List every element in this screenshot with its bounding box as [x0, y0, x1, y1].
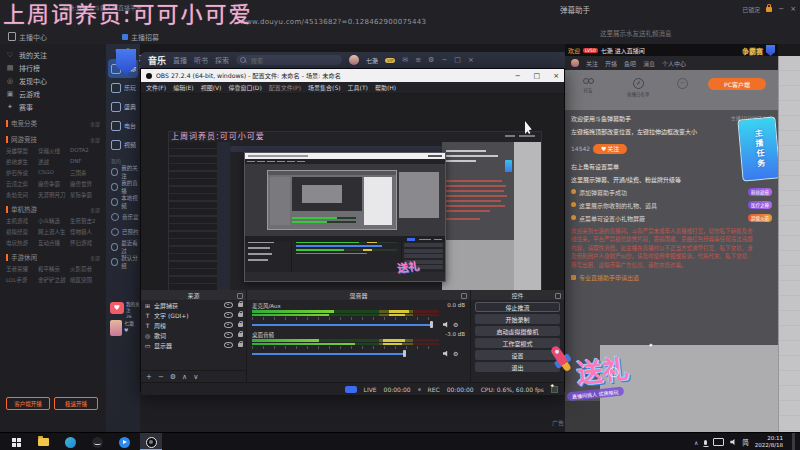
more-link[interactable]: 全部 [90, 120, 100, 127]
nav-yuba[interactable]: 鱼吧 [624, 59, 636, 68]
tab-music[interactable]: 音乐 [148, 54, 166, 67]
game-link[interactable]: 炉石传说 [6, 169, 36, 177]
game-link[interactable]: 怀旧游戏 [70, 239, 100, 247]
game-link[interactable]: 生死狙击2 [70, 217, 100, 225]
helper-apply-link[interactable]: 专业直播助手申请出道 [571, 273, 772, 282]
nav-follow[interactable]: 关注 [586, 59, 598, 68]
channel-settings-icon[interactable]: ⚙ [453, 322, 458, 328]
game-link[interactable]: 王者荣耀 [6, 265, 36, 273]
username[interactable]: 七濪 [366, 56, 378, 65]
menu-edit[interactable]: 编辑(E) [173, 83, 193, 92]
speaker-icon[interactable] [443, 322, 449, 328]
sidebar-item-rank[interactable]: ▤排行榜 [6, 61, 100, 74]
more-link[interactable]: 全部 [90, 136, 100, 143]
volume-slider[interactable] [252, 324, 439, 326]
right-window-edge[interactable] [778, 56, 800, 432]
anchor-task-badge[interactable]: 主播任务 [737, 116, 780, 181]
obs-preview-canvas[interactable]: 上周词养员:可可小可爱 [141, 94, 564, 290]
game-link[interactable]: CSGO [38, 169, 68, 177]
lock-icon[interactable] [238, 313, 243, 317]
game-link[interactable]: 模拟经营 [6, 228, 36, 236]
tray-expand-icon[interactable]: ∧ [694, 439, 698, 446]
source-row[interactable]: T文字 (GDI+) [141, 310, 246, 320]
more-link[interactable]: 全部 [90, 254, 100, 261]
carousel-entry[interactable]: 轮播白名单 [627, 78, 650, 97]
visibility-icon[interactable] [224, 302, 233, 308]
stop-streaming-button[interactable]: 停止推流 [475, 302, 560, 312]
more-link[interactable]: 全部 [90, 206, 100, 213]
favorite-tile[interactable]: ♥ [110, 302, 124, 314]
source-row[interactable]: ▭显示器 [141, 340, 246, 350]
source-properties-button[interactable]: ⚙ [170, 373, 176, 381]
rail-item-myfollow[interactable]: 我的关注 [106, 164, 140, 179]
game-link[interactable]: 魔兽世界 [70, 180, 100, 188]
show-desktop-button[interactable] [792, 433, 795, 450]
game-link[interactable]: DNF [70, 158, 100, 166]
game-link[interactable]: 网上逛人生 [38, 228, 68, 236]
minimize-icon[interactable]: − [441, 56, 447, 64]
lock-icon[interactable] [238, 333, 243, 337]
tab-audiobook[interactable]: 听书 [194, 55, 208, 65]
quick-broadcast-button[interactable]: 极速开播 [54, 397, 98, 410]
rail-item-reserved[interactable]: 已预约 [106, 224, 140, 239]
rail-item-localvideo[interactable]: 本地视频 [106, 194, 140, 209]
file-explorer-icon[interactable] [32, 433, 54, 450]
speaker-icon[interactable] [443, 351, 449, 357]
tab-explore[interactable]: 探索 [215, 55, 229, 65]
visibility-icon[interactable] [224, 322, 233, 328]
game-link[interactable]: 金铲铲之战 [38, 276, 68, 284]
visibility-icon[interactable] [224, 342, 233, 348]
game-link[interactable]: 英雄联盟 [6, 147, 36, 155]
menu-file[interactable]: 文件(F) [146, 83, 166, 92]
followed-anchor-card[interactable]: 七濪♥ [110, 320, 134, 336]
game-link[interactable]: DOTA2 [70, 147, 100, 155]
pin-icon[interactable] [237, 293, 243, 299]
close-icon[interactable]: × [468, 56, 474, 64]
game-link[interactable]: 怪物猎人 [70, 228, 100, 236]
rail-item-gala[interactable]: 盛典 [106, 97, 140, 116]
game-link[interactable]: LOL手游 [6, 276, 36, 284]
search-input[interactable] [249, 56, 333, 65]
lock-icon[interactable] [238, 303, 243, 307]
pin-icon[interactable] [555, 293, 561, 299]
sidebar-item-esports[interactable]: ✦赛事 [6, 100, 100, 113]
rail-item-group[interactable]: 默认分组 [106, 254, 140, 269]
media-player-icon[interactable] [113, 433, 135, 450]
avatar[interactable] [571, 59, 579, 67]
game-link[interactable]: 天涯明月刀 [38, 191, 68, 199]
pin-icon[interactable] [461, 293, 467, 299]
nav-messages[interactable]: 消息 [643, 59, 655, 68]
nav-profile[interactable]: 个人中心 [662, 59, 686, 68]
game-link[interactable]: 逆战 [38, 158, 68, 166]
address-url[interactable]: www.douyu.com/4513682?=0.128462900075443 [240, 18, 426, 26]
menu-help[interactable]: 帮助(H) [375, 83, 396, 92]
rail-item-radio[interactable]: 电台 [106, 116, 140, 135]
game-link[interactable]: 三国杀 [70, 169, 100, 177]
game-link[interactable]: 穿越火线 [38, 147, 68, 155]
maximize-icon[interactable]: □ [454, 56, 461, 64]
add-source-button[interactable]: + [146, 373, 152, 381]
music-player-icon[interactable] [86, 433, 108, 450]
menu-view[interactable]: 视图(V) [201, 83, 222, 92]
display-tray-icon[interactable] [713, 438, 724, 446]
source-row[interactable]: ◎歌词 [141, 330, 246, 340]
pc-client-button[interactable]: PC客户端 [708, 78, 766, 90]
search-box[interactable] [236, 55, 342, 65]
rail-item-musicbox[interactable]: 音乐盒 [106, 209, 140, 224]
game-link[interactable]: 魔兽争霸 [38, 180, 68, 188]
menu-profile[interactable]: 配置文件(P) [269, 83, 301, 92]
virtual-camera-button[interactable]: 启动虚拟摄像机 [475, 326, 560, 336]
move-up-button[interactable]: ∧ [182, 373, 187, 381]
lock-icon[interactable] [766, 7, 772, 12]
rail-item-video[interactable]: 视频 [106, 135, 140, 154]
edge-browser-icon[interactable] [59, 433, 81, 450]
obs-taskbar-icon[interactable] [140, 433, 162, 450]
visibility-icon[interactable] [224, 312, 233, 318]
nav-broadcast[interactable]: 开播 [605, 59, 617, 68]
obs-titlebar[interactable]: OBS 27.2.4 (64-bit, windows) - 配置文件: 未命名… [141, 69, 564, 82]
lock-icon[interactable] [238, 323, 243, 327]
game-link[interactable]: 主机游戏 [6, 217, 36, 225]
visibility-icon[interactable] [224, 332, 233, 338]
rail-item-mylive[interactable]: 我的直播 [106, 179, 140, 194]
source-row[interactable]: ⊞全屏捕获 [141, 300, 246, 310]
